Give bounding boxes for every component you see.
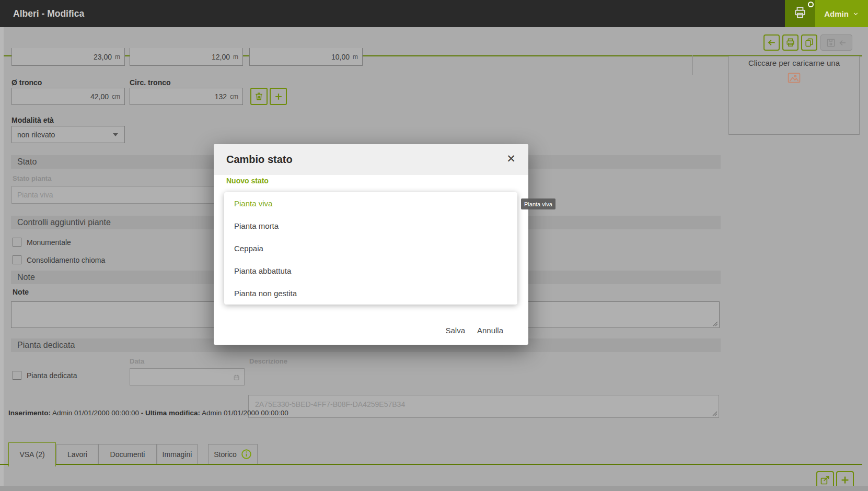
- checkbox-row-consolidamento: Consolidamento chioma: [13, 255, 105, 264]
- tab-vsa[interactable]: VSA (2): [8, 442, 56, 466]
- tab-lavori[interactable]: Lavori: [56, 444, 98, 464]
- option-pianta-abbattuta[interactable]: Pianta abbattuta: [224, 260, 517, 282]
- notification-badge: [808, 2, 814, 7]
- printer-icon: [793, 6, 807, 21]
- audit-ins-label: Inserimento:: [8, 409, 51, 417]
- back-button[interactable]: [763, 34, 780, 51]
- duplicate-button[interactable]: [801, 34, 817, 51]
- measure-unit: m: [233, 53, 238, 61]
- measure-value: 10,00: [331, 53, 350, 61]
- save-back-button-disabled[interactable]: [820, 34, 852, 51]
- pianta-dedicata-label: Pianta dedicata: [27, 371, 77, 380]
- checkbox-row-monumentale: Monumentale: [13, 238, 71, 247]
- column-divider: [692, 55, 693, 75]
- tab-vsa-label: VSA (2): [19, 450, 44, 459]
- open-external-icon: [820, 475, 830, 485]
- image-upload-panel[interactable]: Cliccare per caricarne una: [728, 56, 860, 135]
- measure-unit: m: [353, 53, 358, 61]
- chevron-down-icon: [852, 10, 859, 17]
- trunk-circumference-field[interactable]: 132 cm: [130, 88, 243, 105]
- audit-mod-value: Admin 01/01/2000 00:00:00: [202, 409, 288, 417]
- nuovo-stato-label: Nuovo stato: [226, 177, 269, 185]
- audit-line: Inserimento: Admin 01/01/2000 00:00:00 -…: [8, 409, 288, 417]
- stato-option-list: Pianta viva Pianta morta Ceppaia Pianta …: [224, 192, 517, 305]
- cancel-button[interactable]: Annulla: [477, 326, 503, 335]
- audit-separator: -: [141, 409, 144, 417]
- option-pianta-non-gestita[interactable]: Pianta non gestita: [224, 282, 517, 305]
- trunk-diameter-field[interactable]: 42,00 cm: [11, 88, 125, 105]
- tab-immagini[interactable]: Immagini: [157, 444, 198, 464]
- cambio-stato-dialog: Cambio stato ✕ Nuovo stato Pianta viva P…: [214, 144, 528, 345]
- plus-icon: [839, 474, 851, 486]
- bottom-strip: [0, 486, 868, 491]
- stato-pianta-value: Pianta viva: [17, 191, 53, 199]
- descrizione-textarea[interactable]: 2A75E330-5BED-4FF7-B08F-DA4259E57B34: [248, 395, 719, 418]
- admin-menu[interactable]: Admin: [815, 0, 868, 27]
- monumentale-label: Monumentale: [27, 238, 71, 247]
- audit-mod-label: Ultima modifica:: [145, 409, 200, 417]
- measure-unit: m: [115, 53, 120, 61]
- tab-documenti[interactable]: Documenti: [98, 444, 157, 464]
- trunk-circumference-value: 132: [215, 92, 227, 101]
- pianta-dedicata-checkbox[interactable]: [13, 371, 21, 380]
- page-title: Alberi - Modifica: [13, 0, 84, 27]
- arrow-left-icon: [838, 38, 847, 48]
- trunk-circumference-unit: cm: [230, 93, 238, 100]
- app-header: [0, 0, 868, 27]
- measure-value: 12,00: [212, 53, 230, 61]
- caret-down-icon: [113, 133, 118, 136]
- tab-immagini-label: Immagini: [163, 450, 192, 459]
- age-mode-select[interactable]: non rilevato: [11, 126, 125, 143]
- trunk-circumference-label: Circ. tronco: [130, 78, 171, 87]
- checkbox-row-dedicata: Pianta dedicata: [13, 371, 77, 380]
- consolidamento-checkbox[interactable]: [13, 255, 21, 264]
- tab-lavori-label: Lavori: [67, 450, 87, 459]
- measure-value: 23,00: [94, 53, 112, 61]
- descrizione-label: Descrizione: [249, 357, 287, 365]
- trunk-diameter-label: Ø tronco: [11, 78, 42, 87]
- copy-icon: [804, 38, 814, 48]
- trash-icon: [254, 91, 264, 101]
- admin-menu-label: Admin: [824, 9, 849, 18]
- note-label: Note: [13, 288, 29, 296]
- info-icon: [241, 449, 252, 460]
- data-field[interactable]: [130, 368, 245, 385]
- save-button[interactable]: Salva: [445, 326, 465, 335]
- measure-field-3[interactable]: 10,00 m: [249, 48, 363, 66]
- image-icon: [729, 72, 859, 86]
- close-icon[interactable]: ✕: [504, 152, 518, 166]
- upload-hint: Cliccare per caricarne una: [729, 59, 859, 67]
- delete-trunk-button[interactable]: [250, 88, 268, 105]
- app-screen: Alberi - Modifica Admin Cliccare per car…: [0, 0, 868, 491]
- tooltip: Pianta viva: [521, 198, 555, 209]
- option-ceppaia[interactable]: Ceppaia: [224, 237, 517, 260]
- calendar-icon: [233, 374, 240, 381]
- tab-storico-label: Storico: [214, 450, 237, 459]
- option-pianta-morta[interactable]: Pianta morta: [224, 215, 517, 237]
- print-button[interactable]: [782, 34, 798, 51]
- measure-field-1[interactable]: 23,00 m: [11, 48, 125, 66]
- floppy-save-icon: [826, 38, 836, 48]
- tab-storico[interactable]: Storico: [208, 444, 258, 464]
- measure-field-2[interactable]: 12,00 m: [130, 48, 243, 66]
- audit-ins-value: Admin 01/01/2000 00:00:00: [52, 409, 139, 417]
- scrollbar[interactable]: [0, 27, 4, 487]
- tab-documenti-label: Documenti: [110, 450, 145, 459]
- plus-icon: [273, 91, 284, 102]
- option-pianta-viva[interactable]: Pianta viva: [224, 192, 517, 215]
- descrizione-value: 2A75E330-5BED-4FF7-B08F-DA4259E57B34: [249, 395, 719, 413]
- tabs-baseline: [0, 464, 862, 465]
- trunk-diameter-unit: cm: [112, 93, 120, 100]
- printer-icon: [785, 38, 795, 48]
- dialog-title: Cambio stato: [226, 144, 293, 175]
- age-mode-label: Modalità età: [11, 116, 54, 124]
- age-mode-value: non rilevato: [17, 131, 55, 139]
- consolidamento-label: Consolidamento chioma: [27, 256, 105, 264]
- resize-grip-icon[interactable]: [713, 321, 718, 326]
- arrow-left-icon: [767, 38, 777, 48]
- add-trunk-button[interactable]: [270, 88, 287, 105]
- stato-pianta-label: Stato pianta: [13, 174, 51, 182]
- resize-grip-icon[interactable]: [712, 411, 717, 416]
- data-label: Data: [130, 357, 144, 365]
- monumentale-checkbox[interactable]: [13, 238, 21, 247]
